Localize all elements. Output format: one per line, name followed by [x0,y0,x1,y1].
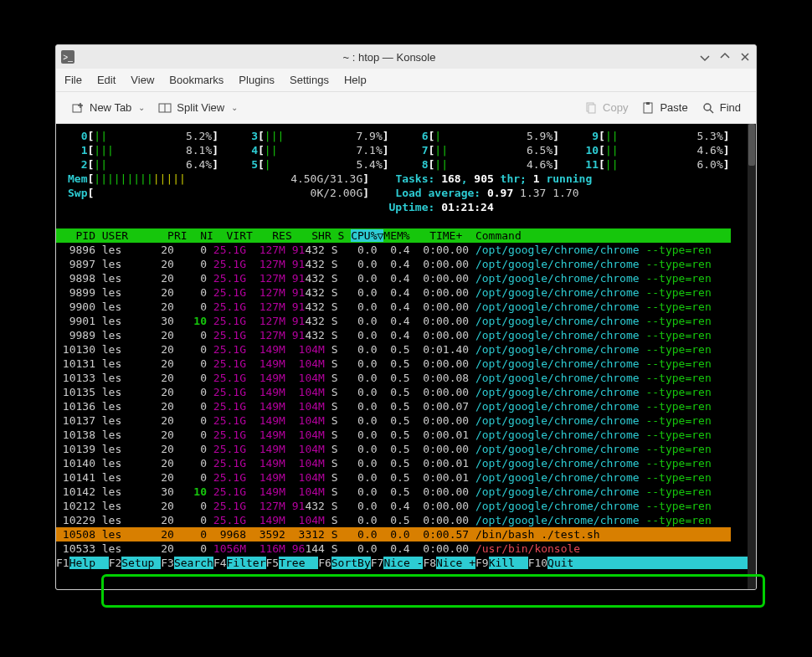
search-icon [702,101,715,115]
process-row[interactable]: 10136 les 20 0 25.1G 149M 104M S 0.0 0.5… [56,399,731,413]
process-row[interactable]: 10135 les 20 0 25.1G 149M 104M S 0.0 0.5… [56,385,731,399]
new-tab-icon [71,101,85,115]
cpu-meter-row: 0[|| 5.2%] 3[||| 7.9%] 6[| 5.9%] 9[|| 5.… [68,129,756,143]
process-row[interactable]: 10533 les 20 0 1056M 116M 96144 S 0.0 0.… [56,542,731,556]
menu-bookmarks[interactable]: Bookmarks [169,74,224,86]
paste-label: Paste [660,101,687,114]
process-row[interactable]: 10140 les 20 0 25.1G 149M 104M S 0.0 0.5… [56,456,731,470]
process-row[interactable]: 10139 les 20 0 25.1G 149M 104M S 0.0 0.5… [56,442,731,456]
svg-rect-6 [646,102,650,105]
uptime-row: Uptime: 01:21:24 [68,200,756,214]
scrollbar-thumb[interactable] [748,124,755,166]
new-tab-button[interactable]: New Tab ⌄ [64,98,152,118]
process-row[interactable]: 10138 les 20 0 25.1G 149M 104M S 0.0 0.5… [56,428,731,442]
konsole-window: >_ ~ : htop — Konsole FileEditViewBookma… [55,44,757,590]
close-button[interactable] [739,51,751,63]
terminal-area[interactable]: 0[|| 5.2%] 3[||| 7.9%] 6[| 5.9%] 9[|| 5.… [56,124,756,589]
menu-help[interactable]: Help [344,74,367,86]
window-title: ~ : htop — Konsole [80,51,699,64]
svg-line-8 [710,110,713,113]
process-row[interactable]: 9898 les 20 0 25.1G 127M 91432 S 0.0 0.4… [56,271,731,285]
process-row[interactable]: 9900 les 20 0 25.1G 127M 91432 S 0.0 0.4… [56,300,731,314]
process-row[interactable]: 10508 les 20 0 9968 3592 3312 S 0.0 0.0 … [56,527,731,542]
maximize-button[interactable] [719,51,731,63]
process-row[interactable]: 10212 les 20 0 25.1G 127M 91432 S 0.0 0.… [56,499,731,513]
chevron-down-icon: ⌄ [138,103,145,112]
process-row[interactable]: 9896 les 20 0 25.1G 127M 91432 S 0.0 0.4… [56,243,731,257]
process-row[interactable]: 9901 les 30 10 25.1G 127M 91432 S 0.0 0.… [56,314,731,328]
process-row[interactable]: 10133 les 20 0 25.1G 149M 104M S 0.0 0.5… [56,371,731,385]
process-row[interactable]: 10130 les 20 0 25.1G 149M 104M S 0.0 0.5… [56,342,731,357]
menubar: FileEditViewBookmarksPluginsSettingsHelp [56,69,756,92]
terminal-icon: >_ [61,50,75,64]
menu-settings[interactable]: Settings [290,74,329,86]
process-row[interactable]: 10137 les 20 0 25.1G 149M 104M S 0.0 0.5… [56,413,731,428]
titlebar: >_ ~ : htop — Konsole [56,45,756,69]
mem-meter: Mem[|||||||||||||| 4.50G/31.3G] Tasks: 1… [68,172,756,186]
chevron-down-icon: ⌄ [231,103,238,112]
split-view-label: Split View [177,101,224,114]
new-tab-label: New Tab [90,101,131,114]
svg-rect-4 [588,105,595,113]
swp-meter: Swp[ 0K/2.00G] Load average: 0.97 1.37 1… [68,186,756,200]
menu-file[interactable]: File [64,74,82,86]
process-row[interactable]: 10141 les 20 0 25.1G 149M 104M S 0.0 0.5… [56,470,731,485]
menu-edit[interactable]: Edit [97,74,116,86]
process-row[interactable]: 10142 les 30 10 25.1G 149M 104M S 0.0 0.… [56,485,731,499]
fkey-bar[interactable]: F1Help F2Setup F3SearchF4FilterF5Tree F6… [56,556,731,570]
cpu-meter-row: 2[|| 6.4%] 5[| 5.4%] 8[|| 4.6%] 11[|| 6.… [68,157,756,172]
copy-button[interactable]: Copy [578,98,635,118]
process-row[interactable]: 10229 les 20 0 25.1G 149M 104M S 0.0 0.5… [56,513,731,527]
process-row[interactable]: 10131 les 20 0 25.1G 149M 104M S 0.0 0.5… [56,357,731,371]
copy-label: Copy [603,101,628,114]
cpu-meter-row: 1[||| 8.1%] 4[|| 7.1%] 7[|| 6.5%] 10[|| … [68,143,756,157]
paste-icon [641,101,655,115]
find-button[interactable]: Find [695,98,748,118]
process-row[interactable]: 9989 les 20 0 25.1G 127M 91432 S 0.0 0.4… [56,328,731,342]
split-view-button[interactable]: Split View ⌄ [152,98,244,118]
svg-point-7 [704,104,711,110]
menu-plugins[interactable]: Plugins [239,74,275,86]
process-header[interactable]: PID USER PRI NI VIRT RES SHR S CPU%▽MEM%… [56,228,731,243]
menu-view[interactable]: View [131,74,154,86]
process-row[interactable]: 9897 les 20 0 25.1G 127M 91432 S 0.0 0.4… [56,257,731,271]
toolbar: New Tab ⌄ Split View ⌄ Copy Paste [56,92,756,124]
scrollbar[interactable] [748,124,756,589]
paste-button[interactable]: Paste [635,98,694,118]
process-row[interactable]: 9899 les 20 0 25.1G 127M 91432 S 0.0 0.4… [56,285,731,300]
copy-icon [584,101,598,115]
minimize-button[interactable] [699,51,711,63]
find-label: Find [720,101,741,114]
split-view-icon [158,101,172,115]
